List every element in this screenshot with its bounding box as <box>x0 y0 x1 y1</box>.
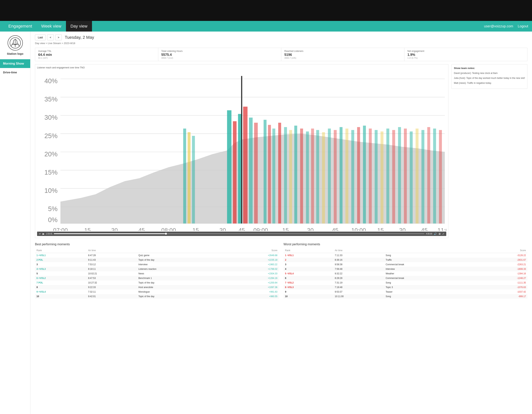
notes-title: Show team notes: <box>454 67 525 70</box>
prev-button[interactable]: < <box>47 35 54 40</box>
svg-rect-35 <box>268 125 271 223</box>
svg-rect-41 <box>300 129 303 224</box>
svg-rect-59 <box>404 129 407 224</box>
worst-table-row[interactable]: 2 8:36:16 Traffic -2831.67 <box>284 258 528 262</box>
svg-text:45: 45 <box>138 227 145 231</box>
worst-time-5: 8:28:28 <box>333 276 384 281</box>
worst-table-row[interactable]: 1 -VOL1 7:11:33 Song -3128.22 <box>284 253 528 258</box>
svg-text:45: 45 <box>421 227 428 231</box>
worst-score-0: -3128.22 <box>476 253 527 258</box>
best-rank-7: 8 <box>35 285 87 290</box>
nav-logout[interactable]: Logout <box>518 24 528 28</box>
sidebar-item-drive-time[interactable]: Drive-time <box>0 68 30 76</box>
sidebar: Station logo Morning Show Drive-time <box>0 32 30 414</box>
best-table-row[interactable]: 1 +VOL1 8:47:28 Quiz game +2649.68 <box>35 253 279 258</box>
worst-time-6: 7:31:19 <box>333 281 384 285</box>
svg-text:30: 30 <box>399 227 406 231</box>
worst-table-row[interactable]: 5 -VOL4 9:32:22 Weather -1394.16 <box>284 271 528 276</box>
worst-table-row[interactable]: 6 8:28:28 Commercial break -1248.27 <box>284 276 528 281</box>
svg-rect-39 <box>289 130 292 223</box>
best-table-row[interactable]: 9 +VOL4 7:32:11 Monologue +991.63 <box>35 290 279 294</box>
svg-text:15: 15 <box>282 227 289 231</box>
worst-time-3: 7:56:48 <box>333 267 384 271</box>
svg-rect-25 <box>227 110 231 223</box>
nav-user: user@voizzup.com <box>484 24 513 28</box>
svg-text:0%: 0% <box>48 216 57 223</box>
svg-rect-38 <box>284 127 287 223</box>
svg-text:15: 15 <box>192 227 199 231</box>
worst-performing-title: Worst performing moments <box>284 243 528 246</box>
chart-svg: 40% 35% 30% 25% 20% 15% 10% 5% 0% <box>37 70 446 231</box>
worst-score-8: -1037.42 <box>476 290 527 294</box>
svg-text:07:00: 07:00 <box>53 227 68 231</box>
date-title: Tuesday, 2 May <box>65 35 94 40</box>
svg-rect-36 <box>272 129 275 224</box>
worst-table-row[interactable]: 10 10:11:00 Song -999.17 <box>284 294 528 299</box>
worst-table-row[interactable]: 4 7:56:48 Interview -1808.33 <box>284 267 528 271</box>
best-score-4: +1504.33 <box>226 271 279 276</box>
best-table-row[interactable]: 3 7:53:12 Interview +1983.22 <box>35 262 279 267</box>
worst-score-1: -2831.67 <box>476 258 527 262</box>
best-table-row[interactable]: 2 POL 9:11:43 Topic of the day +2235.18 <box>35 258 279 262</box>
best-desc-1: Topic of the day <box>137 258 226 262</box>
worst-desc-2: Commercial break <box>384 262 476 267</box>
best-table-row[interactable]: 6 +VOL2 8:47:53 Benchmark 1 +1284.16 <box>35 276 279 281</box>
player-expand-icon[interactable]: ⤢ <box>442 232 444 235</box>
main-layout: Station logo Morning Show Drive-time Las… <box>0 32 532 414</box>
best-score-2: +1983.22 <box>226 262 279 267</box>
best-table-row[interactable]: 7 POL 10:27:32 Topic of the day +1200.64 <box>35 281 279 285</box>
nav-engagement[interactable]: Engagement <box>4 21 37 32</box>
player-monitor-icon[interactable]: 🖥 <box>438 232 441 235</box>
best-rank-1: 2 POL <box>35 258 87 262</box>
chart-area: Listener reach and engagement over time … <box>35 64 448 241</box>
worst-time-9: 10:11:00 <box>333 294 384 299</box>
best-desc-6: Topic of the day <box>137 281 226 285</box>
best-table-row[interactable]: 4 +VOL3 8:18:11 Listeners reaction +1788… <box>35 267 279 271</box>
worst-table-row[interactable]: 8 -VOL3 7:18:48 Topic 3 -1076.63 <box>284 285 528 290</box>
best-score-0: +2649.68 <box>226 253 279 258</box>
worst-time-2: 9:58:38 <box>333 262 384 267</box>
note-line-2: Julia (host): Topic of the day worked mu… <box>454 76 525 80</box>
player-back-icon[interactable]: ↩ <box>39 232 41 235</box>
sidebar-item-morning-show[interactable]: Morning Show <box>0 59 30 68</box>
worst-desc-7: Topic 3 <box>384 285 476 290</box>
nav-weekview[interactable]: Week view <box>37 21 66 32</box>
best-performing-table: Best performing moments Rank Air time Sc… <box>35 243 279 299</box>
best-rank-2: 3 <box>35 262 87 267</box>
player-progress-dot <box>165 233 167 235</box>
best-table-row[interactable]: 5 10:02:21 News +1504.33 <box>35 271 279 276</box>
svg-rect-51 <box>357 127 360 223</box>
performing-section: Best performing moments Rank Air time Sc… <box>35 243 527 299</box>
player-play-icon[interactable]: ▶ <box>43 232 45 235</box>
player-volume-icon[interactable]: 🔊 <box>434 232 437 235</box>
worst-table-row[interactable]: 3 9:58:38 Commercial break -2263.21 <box>284 262 528 267</box>
svg-text:15: 15 <box>84 227 91 231</box>
best-table-row[interactable]: 8 9:22:33 Host anecdote +1097.36 <box>35 285 279 290</box>
svg-text:15: 15 <box>377 227 384 231</box>
nav-right: user@voizzup.com Logout <box>484 24 528 28</box>
next-button[interactable]: > <box>55 35 62 40</box>
svg-rect-37 <box>278 123 281 224</box>
best-desc-9: Topic of the day <box>137 294 226 299</box>
best-performing-title: Best performing moments <box>35 243 279 246</box>
best-table-row[interactable]: 10 9:42:01 Topic of the day +980.55 <box>35 294 279 299</box>
player-progress-fill <box>54 233 165 234</box>
worst-table-row[interactable]: 9 9:53:37 Teaser -1037.42 <box>284 290 528 294</box>
stat-net-engagement-value: 1.9% <box>408 53 524 57</box>
worst-desc-5: Commercial break <box>384 276 476 281</box>
svg-rect-47 <box>334 130 337 223</box>
svg-text:35%: 35% <box>44 95 57 103</box>
best-rank-0: 1 +VOL1 <box>35 253 87 258</box>
player-progress-bar[interactable] <box>54 233 424 234</box>
svg-rect-56 <box>386 129 389 224</box>
worst-table-row[interactable]: 7 -VOL2 7:31:19 Song -1111.35 <box>284 281 528 285</box>
worst-col-score: Score <box>476 248 527 253</box>
last-button[interactable]: Last <box>35 35 46 40</box>
svg-rect-48 <box>340 127 342 223</box>
top-bar <box>0 0 532 21</box>
nav-dayview[interactable]: Day view <box>66 21 92 32</box>
worst-rank-8: 9 <box>284 290 333 294</box>
worst-col-desc <box>384 248 476 253</box>
stat-total-hours-value: 5575.4 <box>161 53 278 57</box>
best-score-9: +980.55 <box>226 294 279 299</box>
